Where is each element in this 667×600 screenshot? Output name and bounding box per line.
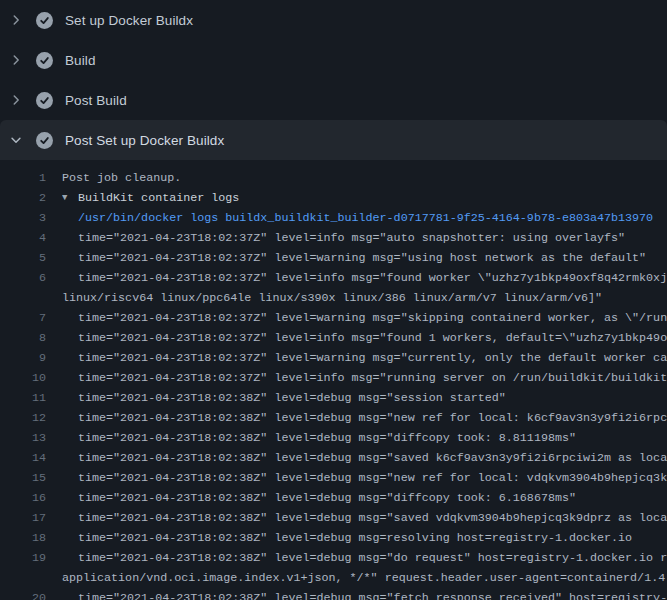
step-row-build[interactable]: Build — [0, 40, 667, 80]
log-text: time="2021-04-23T18:02:37Z" level=info m… — [78, 228, 625, 248]
log-text: time="2021-04-23T18:02:38Z" level=debug … — [78, 588, 667, 600]
line-number[interactable]: 15 — [0, 468, 46, 488]
line-number[interactable]: 13 — [0, 428, 46, 448]
step-row-set-up-docker-buildx[interactable]: Set up Docker Buildx — [0, 0, 667, 40]
line-number[interactable]: 10 — [0, 368, 46, 388]
line-number[interactable]: 17 — [0, 508, 46, 528]
steps-list: Set up Docker BuildxBuildPost BuildPost … — [0, 0, 667, 160]
chevron-right-icon — [8, 52, 24, 68]
log-text: application/vnd.oci.image.index.v1+json,… — [62, 568, 667, 588]
log-text: time="2021-04-23T18:02:37Z" level=info m… — [78, 268, 667, 288]
log-line: 5time="2021-04-23T18:02:37Z" level=warni… — [0, 248, 667, 268]
chevron-right-icon — [8, 92, 24, 108]
log-group-title: BuildKit container logs — [78, 191, 239, 205]
step-label: Post Set up Docker Buildx — [65, 133, 224, 148]
log-text: time="2021-04-23T18:02:38Z" level=debug … — [78, 548, 667, 568]
log-text: time="2021-04-23T18:02:38Z" level=debug … — [78, 428, 576, 448]
log-line: 9time="2021-04-23T18:02:37Z" level=warni… — [0, 348, 667, 368]
log-line: 13time="2021-04-23T18:02:38Z" level=debu… — [0, 428, 667, 448]
log-line: 17time="2021-04-23T18:02:38Z" level=debu… — [0, 508, 667, 528]
log-line: 14time="2021-04-23T18:02:38Z" level=debu… — [0, 448, 667, 468]
line-number — [0, 568, 46, 588]
line-number — [0, 288, 46, 308]
log-text: time="2021-04-23T18:02:37Z" level=warnin… — [78, 248, 646, 268]
step-row-post-build[interactable]: Post Build — [0, 80, 667, 120]
step-label: Build — [65, 53, 96, 68]
line-number[interactable]: 11 — [0, 388, 46, 408]
log-text: time="2021-04-23T18:02:38Z" level=debug … — [78, 488, 576, 508]
log-text: time="2021-04-23T18:02:37Z" level=info m… — [78, 368, 667, 388]
line-number[interactable]: 2 — [0, 188, 46, 208]
line-number[interactable]: 3 — [0, 208, 46, 228]
log-text: time="2021-04-23T18:02:38Z" level=debug … — [78, 448, 667, 468]
line-number[interactable]: 12 — [0, 408, 46, 428]
line-number[interactable]: 20 — [0, 588, 46, 600]
line-number[interactable]: 1 — [0, 168, 46, 188]
line-number[interactable]: 7 — [0, 308, 46, 328]
log-text: time="2021-04-23T18:02:37Z" level=warnin… — [78, 348, 667, 368]
log-line: 10time="2021-04-23T18:02:37Z" level=info… — [0, 368, 667, 388]
line-number[interactable]: 8 — [0, 328, 46, 348]
log-line: application/vnd.oci.image.index.v1+json,… — [0, 568, 667, 588]
log-line: 11time="2021-04-23T18:02:38Z" level=debu… — [0, 388, 667, 408]
log-viewer: 1Post job cleanup.2▼BuildKit container l… — [0, 160, 667, 600]
log-group-header[interactable]: ▼BuildKit container logs — [62, 188, 239, 208]
log-line: 16time="2021-04-23T18:02:38Z" level=debu… — [0, 488, 667, 508]
log-line: 8time="2021-04-23T18:02:37Z" level=info … — [0, 328, 667, 348]
line-number[interactable]: 6 — [0, 268, 46, 288]
log-text: time="2021-04-23T18:02:38Z" level=debug … — [78, 408, 667, 428]
log-line: 2▼BuildKit container logs — [0, 188, 667, 208]
log-line: 7time="2021-04-23T18:02:37Z" level=warni… — [0, 308, 667, 328]
line-number[interactable]: 14 — [0, 448, 46, 468]
step-row-post-set-up-docker-buildx[interactable]: Post Set up Docker Buildx — [0, 120, 667, 160]
line-number[interactable]: 9 — [0, 348, 46, 368]
chevron-down-icon — [8, 132, 24, 148]
line-number[interactable]: 16 — [0, 488, 46, 508]
log-line: 1Post job cleanup. — [0, 168, 667, 188]
log-command-text: /usr/bin/docker logs buildx_buildkit_bui… — [78, 208, 653, 228]
chevron-right-icon — [8, 12, 24, 28]
log-line: 4time="2021-04-23T18:02:37Z" level=info … — [0, 228, 667, 248]
log-text: time="2021-04-23T18:02:37Z" level=info m… — [78, 328, 667, 348]
log-line: linux/riscv64 linux/ppc64le linux/s390x … — [0, 288, 667, 308]
log-text: time="2021-04-23T18:02:38Z" level=debug … — [78, 528, 632, 548]
log-text: time="2021-04-23T18:02:37Z" level=warnin… — [78, 308, 667, 328]
step-label: Post Build — [65, 93, 127, 108]
check-circle-icon — [36, 52, 53, 69]
line-number[interactable]: 19 — [0, 548, 46, 568]
step-label: Set up Docker Buildx — [65, 13, 193, 28]
line-number[interactable]: 5 — [0, 248, 46, 268]
log-text: time="2021-04-23T18:02:38Z" level=debug … — [78, 468, 667, 488]
log-text: time="2021-04-23T18:02:38Z" level=debug … — [78, 388, 506, 408]
check-circle-icon — [36, 92, 53, 109]
log-line: 6time="2021-04-23T18:02:37Z" level=info … — [0, 268, 667, 288]
triangle-down-icon: ▼ — [62, 188, 78, 208]
check-circle-icon — [36, 132, 53, 149]
log-text: Post job cleanup. — [62, 168, 181, 188]
log-text: time="2021-04-23T18:02:38Z" level=debug … — [78, 508, 667, 528]
log-text: linux/riscv64 linux/ppc64le linux/s390x … — [62, 288, 602, 308]
check-circle-icon — [36, 12, 53, 29]
log-line: 19time="2021-04-23T18:02:38Z" level=debu… — [0, 548, 667, 568]
log-line: 18time="2021-04-23T18:02:38Z" level=debu… — [0, 528, 667, 548]
log-line: 15time="2021-04-23T18:02:38Z" level=debu… — [0, 468, 667, 488]
log-line: 3/usr/bin/docker logs buildx_buildkit_bu… — [0, 208, 667, 228]
log-line: 12time="2021-04-23T18:02:38Z" level=debu… — [0, 408, 667, 428]
line-number[interactable]: 4 — [0, 228, 46, 248]
line-number[interactable]: 18 — [0, 528, 46, 548]
log-line: 20time="2021-04-23T18:02:38Z" level=debu… — [0, 588, 667, 600]
